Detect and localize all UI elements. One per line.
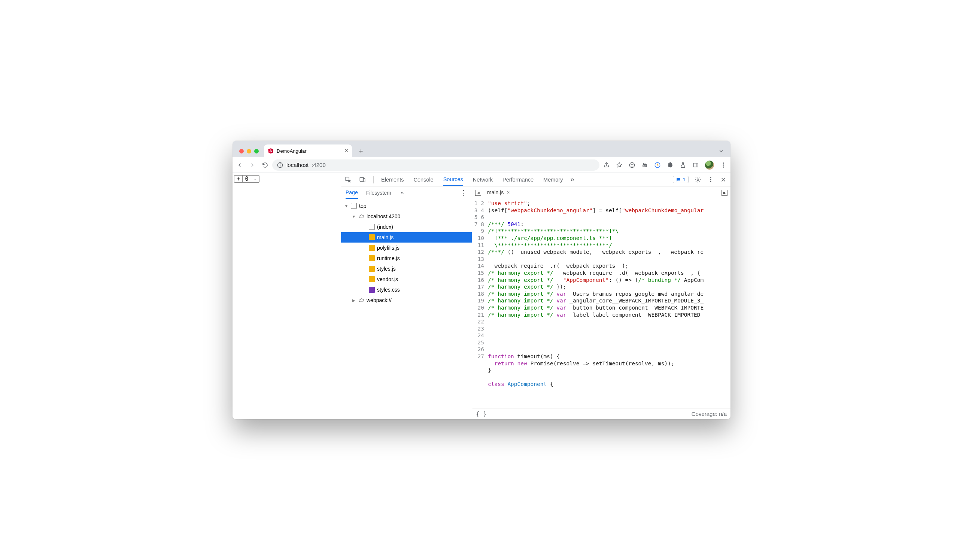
code-viewer[interactable]: 1 2 3 4 5 6 7 8 9 10 11 12 13 14 15 16 1…: [472, 199, 731, 408]
tree-item[interactable]: ▶webpack://: [341, 295, 472, 306]
share-icon[interactable]: [603, 162, 610, 168]
site-info-icon[interactable]: [277, 162, 284, 168]
file-tree[interactable]: ▼top▼localhost:4200(index)main.jspolyfil…: [341, 199, 472, 419]
svg-point-8: [643, 165, 645, 167]
address-bar: localhost:4200: [232, 157, 731, 173]
svg-point-13: [723, 162, 724, 163]
pretty-print-icon[interactable]: { }: [476, 410, 487, 418]
tab-title: DemoAngular: [277, 148, 306, 154]
devtools-tab-console[interactable]: Console: [413, 174, 433, 186]
url-port: :4200: [311, 162, 326, 168]
url-host: localhost: [287, 162, 308, 168]
close-window-button[interactable]: [239, 149, 244, 154]
tree-item[interactable]: polyfills.js: [341, 243, 472, 253]
counter-widget: +-: [234, 175, 259, 183]
svg-point-19: [697, 178, 699, 180]
code-text: "use strict"; (self["webpackChunkdemo_an…: [486, 199, 731, 408]
labs-flask-icon[interactable]: [679, 162, 686, 168]
lighthouse-extension-icon[interactable]: [654, 162, 661, 168]
new-tab-button[interactable]: ＋: [356, 146, 366, 156]
toggle-navigator-icon[interactable]: ◀: [475, 190, 481, 196]
editor-file-tab[interactable]: main.js ×: [484, 186, 513, 199]
tab-close-icon[interactable]: ×: [345, 148, 348, 154]
chat-icon: [676, 177, 681, 182]
incognito-icon[interactable]: [641, 162, 648, 168]
browser-window: DemoAngular × ＋ localhost:4200: [232, 141, 731, 419]
svg-point-21: [710, 179, 711, 180]
devtools-tab-network[interactable]: Network: [473, 174, 493, 186]
tree-item[interactable]: vendor.js: [341, 274, 472, 285]
reload-icon[interactable]: [262, 162, 269, 168]
navigator-tabs: PageFilesystem»⋮: [341, 186, 472, 199]
devtools-panel: ElementsConsoleSourcesNetworkPerformance…: [341, 173, 731, 419]
navigator-tab-filesystem[interactable]: Filesystem: [366, 187, 391, 198]
counter-value[interactable]: [242, 176, 251, 182]
chrome-menu-icon[interactable]: [720, 162, 727, 168]
inspect-element-icon[interactable]: [345, 176, 352, 183]
nav-buttons: [236, 162, 269, 168]
svg-point-7: [633, 164, 634, 165]
coverage-status: Coverage: n/a: [692, 411, 727, 417]
sources-navigator: PageFilesystem»⋮ ▼top▼localhost:4200(ind…: [341, 186, 472, 419]
editor-tabstrip: ◀ main.js × ▶: [472, 186, 731, 199]
devtools-settings-icon[interactable]: [694, 176, 701, 183]
tree-item[interactable]: styles.js: [341, 264, 472, 274]
toggle-debugger-pane-icon[interactable]: ▶: [721, 190, 728, 196]
chrome-tabstrip: DemoAngular × ＋: [232, 141, 731, 157]
tree-item[interactable]: ▼localhost:4200: [341, 211, 472, 222]
tabs-dropdown-icon[interactable]: [718, 147, 725, 154]
profile-avatar[interactable]: [705, 160, 714, 170]
issues-count: 1: [683, 177, 686, 182]
devtools-tab-elements[interactable]: Elements: [381, 174, 404, 186]
minimize-window-button[interactable]: [247, 149, 251, 154]
tree-item[interactable]: runtime.js: [341, 253, 472, 264]
svg-point-22: [710, 181, 711, 182]
line-gutter: 1 2 3 4 5 6 7 8 9 10 11 12 13 14 15 16 1…: [472, 199, 486, 408]
decrement-button[interactable]: -: [251, 176, 259, 182]
side-panel-icon[interactable]: [692, 162, 699, 168]
extensions-puzzle-icon[interactable]: [667, 162, 674, 168]
window-controls: [239, 149, 259, 154]
svg-point-6: [631, 164, 632, 165]
source-editor: ◀ main.js × ▶ 1 2 3 4 5 6 7 8 9 10 11 12…: [472, 186, 731, 419]
forward-icon[interactable]: [249, 162, 256, 168]
svg-point-15: [723, 167, 724, 167]
devtools-menu-icon[interactable]: [707, 176, 714, 183]
navigator-tab-page[interactable]: Page: [345, 187, 358, 199]
back-icon[interactable]: [236, 162, 243, 168]
tree-item[interactable]: main.js: [341, 232, 472, 243]
devtools-tab-memory[interactable]: Memory: [543, 174, 563, 186]
devtools-tab-sources[interactable]: Sources: [443, 173, 463, 186]
editor-footer: { } Coverage: n/a: [472, 408, 731, 419]
page-content: +-: [232, 173, 341, 419]
svg-point-5: [629, 162, 635, 168]
url-input[interactable]: localhost:4200: [272, 159, 600, 171]
editor-file-name: main.js: [487, 189, 504, 196]
svg-rect-11: [694, 163, 698, 167]
angular-icon: [268, 148, 274, 154]
navigator-menu-icon[interactable]: ⋮: [460, 188, 467, 197]
devtools-close-icon[interactable]: [720, 176, 727, 183]
svg-point-4: [280, 163, 280, 164]
devtools-more-tabs-icon[interactable]: »: [570, 176, 574, 183]
issues-button[interactable]: 1: [673, 176, 689, 183]
svg-point-9: [645, 165, 647, 167]
svg-point-14: [723, 164, 724, 165]
tree-item[interactable]: (index): [341, 222, 472, 232]
browser-tab[interactable]: DemoAngular ×: [264, 144, 352, 157]
tree-item[interactable]: ▼top: [341, 201, 472, 211]
navigator-more-icon[interactable]: »: [401, 190, 404, 196]
maximize-window-button[interactable]: [254, 149, 259, 154]
device-toggle-icon[interactable]: [359, 176, 366, 183]
devtools-tab-performance[interactable]: Performance: [503, 174, 533, 186]
devtools-toolbar: ElementsConsoleSourcesNetworkPerformance…: [341, 173, 731, 186]
svg-point-20: [710, 177, 711, 178]
bookmark-star-icon[interactable]: [616, 162, 623, 168]
tree-item[interactable]: styles.css: [341, 285, 472, 295]
extension-face-icon[interactable]: [629, 162, 636, 168]
increment-button[interactable]: +: [234, 176, 242, 182]
editor-tab-close-icon[interactable]: ×: [507, 189, 509, 196]
